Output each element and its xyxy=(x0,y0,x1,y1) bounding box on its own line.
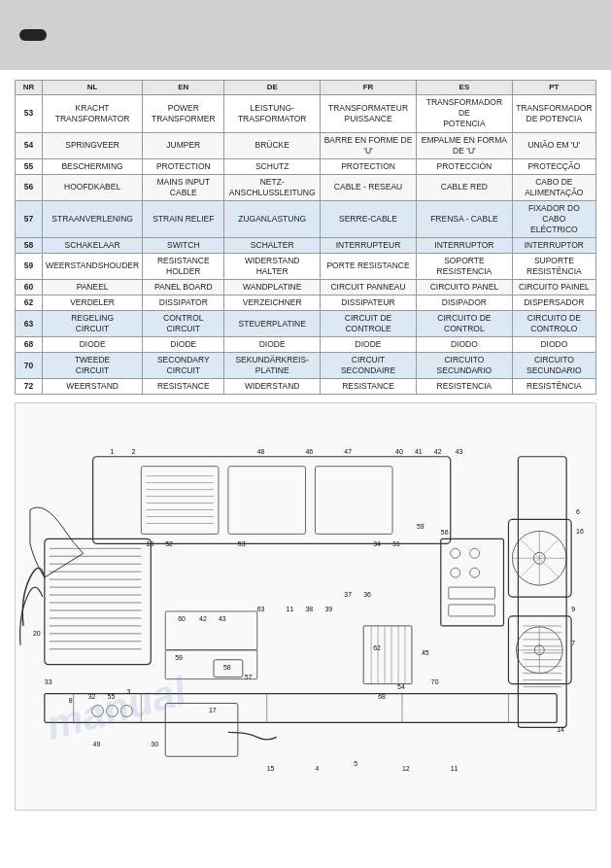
cell-es: DISIPADOR xyxy=(417,295,513,311)
svg-text:43: 43 xyxy=(219,615,226,622)
col-header-en: EN xyxy=(143,81,224,95)
svg-text:30: 30 xyxy=(151,742,158,748)
cell-pt: CABO DE ALIMENTAÇÃO xyxy=(512,174,595,200)
svg-text:37: 37 xyxy=(344,591,352,598)
cell-fr: TRANSFORMATEUR PUISSANCE xyxy=(320,95,416,132)
cell-es: EMPALME EN FORMA DE 'U' xyxy=(417,132,513,158)
col-header-nl: NL xyxy=(43,81,143,95)
cell-pt: CIRCUITO DE CONTROLO xyxy=(512,311,595,337)
cell-es: CABLE RED xyxy=(417,174,513,200)
svg-text:59: 59 xyxy=(175,654,183,661)
svg-text:31: 31 xyxy=(392,541,400,548)
svg-text:68: 68 xyxy=(378,693,386,700)
svg-text:17: 17 xyxy=(209,708,217,714)
cell-nr: 72 xyxy=(16,379,43,395)
col-header-nr: NR xyxy=(16,81,43,95)
cell-pt: TRANSFORMADOR DE POTENCIA xyxy=(512,95,595,132)
cell-de: BRÜCKE xyxy=(224,132,321,158)
cell-en: DIODE xyxy=(143,337,224,353)
table-row: 59WEERSTANDSHOUDERRESISTANCE HOLDERWIDER… xyxy=(16,253,596,279)
cell-de: NETZ- ANSCHLUSSLEITUNG xyxy=(224,174,321,200)
svg-text:6: 6 xyxy=(576,509,580,516)
cell-nl: TWEEDE CIRCUIT xyxy=(43,353,143,379)
cell-fr: DIODE xyxy=(320,337,416,353)
svg-text:48: 48 xyxy=(257,448,265,455)
svg-text:32: 32 xyxy=(88,693,96,700)
svg-text:49: 49 xyxy=(93,742,101,748)
svg-text:59: 59 xyxy=(417,524,424,531)
table-row: 56HOOFDKABELMAINS INPUT CABLENETZ- ANSCH… xyxy=(16,174,596,200)
cell-es: CIRCUITO DE CONTROL xyxy=(417,311,513,337)
cell-en: PROTECTION xyxy=(143,158,224,174)
cell-en: POWER TRANSFORMER xyxy=(143,95,224,132)
cell-fr: BARRE EN FORME DE 'U' xyxy=(320,132,416,158)
cell-es: SOPORTE RESISTENCIA xyxy=(417,253,513,279)
col-header-es: ES xyxy=(417,81,513,95)
cell-en: STRAIN RELIEF xyxy=(143,200,224,237)
cell-fr: SERRE-CABLE xyxy=(320,200,416,237)
col-header-pt: PT xyxy=(512,81,595,95)
svg-text:20: 20 xyxy=(33,630,41,637)
cell-pt: INTERRUPTOR xyxy=(512,237,595,253)
svg-text:15: 15 xyxy=(267,766,275,773)
cell-de: WANDPLATINE xyxy=(224,280,321,295)
table-row: 63REGELING CIRCUITCONTROL CIRCUITSTEUERP… xyxy=(16,311,596,337)
cell-nr: 59 xyxy=(16,253,43,279)
svg-text:11: 11 xyxy=(451,766,458,773)
table-row: 57STRAANVERLENINGSTRAIN RELIEFZUGANLASTU… xyxy=(16,200,596,237)
cell-nr: 60 xyxy=(16,280,43,295)
cell-de: VERZEICHNER xyxy=(224,295,321,311)
svg-text:70: 70 xyxy=(431,678,439,685)
table-row: 72WEERSTANDRESISTANCEWIDERSTANDRESISTANC… xyxy=(16,379,596,395)
svg-text:14: 14 xyxy=(557,727,564,734)
cell-pt: PROTECÇÃO xyxy=(512,158,595,174)
table-row: 58SCHAKELAARSWITCHSCHALTERINTERRUPTEURIN… xyxy=(16,237,596,253)
svg-text:60: 60 xyxy=(178,615,186,622)
cell-nr: 53 xyxy=(16,95,43,132)
cell-pt: FIXADOR DO CABO ELÉCTRICO xyxy=(512,200,595,237)
svg-text:47: 47 xyxy=(344,448,352,455)
exploded-diagram: 1 2 6 16 40 41 42 43 48 46 47 18 52 53 3… xyxy=(16,403,595,810)
cell-pt: CIRCUITO SECUNDARIO xyxy=(512,353,595,379)
svg-text:56: 56 xyxy=(441,530,449,537)
cell-es: PROTECCIÓN xyxy=(417,158,513,174)
col-header-fr: FR xyxy=(320,81,416,95)
cell-de: SEKUNDÄRKREIS- PLATINE xyxy=(224,353,321,379)
cell-nl: SPRINGVEER xyxy=(43,132,143,158)
cell-fr: DISSIPATEUR xyxy=(320,295,416,311)
cell-nr: 57 xyxy=(16,200,43,237)
cell-es: TRANSFORMADOR DE POTENCIA xyxy=(417,95,513,132)
table-row: 68DIODEDIODEDIODEDIODEDIODODIODO xyxy=(16,337,596,353)
cell-nl: WEERSTANDSHOUDER xyxy=(43,253,143,279)
svg-text:18: 18 xyxy=(146,541,153,548)
table-row: 55BESCHERMINGPROTECTIONSCHUTZPROTECTIONP… xyxy=(16,158,596,174)
cell-nl: KRACHT TRANSFORMATOR xyxy=(43,95,143,132)
svg-text:42: 42 xyxy=(199,615,207,622)
cell-fr: CIRCUIT PANNEAU xyxy=(320,280,416,295)
cell-fr: RESISTANCE xyxy=(320,379,416,395)
cell-nr: 54 xyxy=(16,132,43,158)
cell-nr: 56 xyxy=(16,174,43,200)
svg-text:12: 12 xyxy=(402,766,410,773)
cell-nl: SCHAKELAAR xyxy=(43,237,143,253)
cell-fr: PORTE RESISTANCE xyxy=(320,253,416,279)
cell-de: SCHALTER xyxy=(224,237,321,253)
table-row: 53KRACHT TRANSFORMATORPOWER TRANSFORMERL… xyxy=(16,95,596,132)
parts-table: NRNLENDEFRESPT 53KRACHT TRANSFORMATORPOW… xyxy=(15,80,596,395)
cell-en: RESISTANCE HOLDER xyxy=(143,253,224,279)
cell-pt: SUPORTE RESISTÊNCIA xyxy=(512,253,595,279)
svg-text:34: 34 xyxy=(373,541,381,548)
cell-en: SWITCH xyxy=(143,237,224,253)
svg-text:38: 38 xyxy=(306,606,314,612)
table-row: 62VERDELERDISSIPATORVERZEICHNERDISSIPATE… xyxy=(16,295,596,311)
svg-text:55: 55 xyxy=(108,693,116,700)
cell-de: LEISTUNG- TRASFORMATOR xyxy=(224,95,321,132)
cell-de: STEUERPLATINE xyxy=(224,311,321,337)
cell-de: ZUGANLASTUNG xyxy=(224,200,321,237)
cell-fr: PROTECTION xyxy=(320,158,416,174)
cell-nr: 70 xyxy=(16,353,43,379)
svg-text:41: 41 xyxy=(415,448,423,455)
cell-nr: 62 xyxy=(16,295,43,311)
svg-text:4: 4 xyxy=(315,766,319,773)
cell-es: INTERRUPTOR xyxy=(417,237,513,253)
